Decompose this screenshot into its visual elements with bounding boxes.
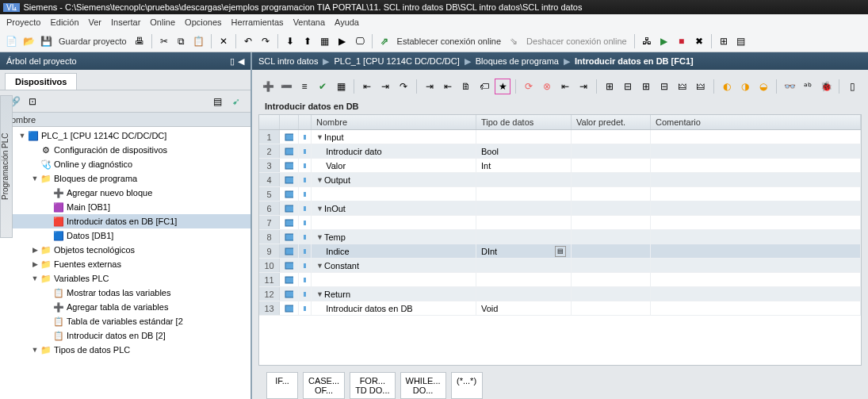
cell-name[interactable] <box>312 273 476 286</box>
tree-node[interactable]: 🩺Online y diagnóstico <box>0 157 250 171</box>
go-online-icon[interactable]: ⇗ <box>377 33 392 49</box>
grid-row[interactable]: 13 Introducir datos en DBVoid <box>259 301 861 316</box>
cell-type[interactable] <box>476 259 572 272</box>
tree-node[interactable]: ▼📁Variables PLC <box>0 271 250 286</box>
cell-name[interactable]: Indice <box>312 244 476 258</box>
menu-proyecto[interactable]: Proyecto <box>6 17 40 27</box>
cell-type[interactable]: DInt▤ <box>476 244 572 258</box>
save-project-label[interactable]: Guardar proyecto <box>55 36 130 46</box>
cell-default[interactable] <box>572 301 651 315</box>
breadcrumb-item[interactable]: PLC_1 [CPU 1214C DC/DC/DC] <box>334 56 459 66</box>
ed-abs-icon[interactable]: ᵃᵇ <box>800 79 816 94</box>
tree-node[interactable]: ➕Agregar nuevo bloque <box>0 186 250 200</box>
undo-icon[interactable]: ↶ <box>240 33 256 49</box>
expand-icon[interactable]: ▼ <box>30 274 40 282</box>
paste-icon[interactable]: 📋 <box>191 33 207 49</box>
ed-region2-icon[interactable]: ⊗ <box>539 79 555 94</box>
col-valor[interactable]: Valor predet. <box>572 115 651 129</box>
grid-row[interactable]: 4▼Output <box>259 173 861 187</box>
cell-comment[interactable] <box>651 273 861 286</box>
grid-row[interactable]: 1▼Input <box>259 130 861 144</box>
tree-node[interactable]: ▼📁Tipos de datos PLC <box>0 343 250 357</box>
breadcrumb-item[interactable]: Introducir datos en DB [FC1] <box>575 56 694 66</box>
ed-comment-icon[interactable]: 🗎 <box>458 79 474 94</box>
menu-insertar[interactable]: Insertar <box>111 17 140 27</box>
expand-icon[interactable]: ▼ <box>316 262 324 270</box>
tree-node[interactable]: ▼🟦PLC_1 [CPU 1214C DC/DC/DC] <box>0 129 250 143</box>
cell-name[interactable]: Introducir dato <box>312 144 476 158</box>
cell-name[interactable]: ▼Constant <box>312 259 476 272</box>
hmi-icon[interactable]: 🖵 <box>352 33 368 49</box>
ed-expand2-icon[interactable]: ⊟ <box>620 79 636 94</box>
layout-icon[interactable]: ▤ <box>733 33 749 49</box>
snippet-case[interactable]: CASE...OF... <box>303 372 345 399</box>
grid-row[interactable]: 10▼Constant <box>259 259 861 273</box>
ed-next-icon[interactable]: ⇥ <box>377 79 393 94</box>
grid-row[interactable]: 6▼InOut <box>259 201 861 216</box>
ed-monitor2-icon[interactable]: ◑ <box>737 79 753 94</box>
grid-row[interactable]: 8▼Temp <box>259 230 861 244</box>
cell-default[interactable] <box>572 130 651 144</box>
tree-expand-icon[interactable]: ➹ <box>228 94 244 109</box>
download-icon[interactable]: ⬇ <box>282 33 298 49</box>
menu-herramientas[interactable]: Herramientas <box>231 17 284 27</box>
grid-row[interactable]: 2 Introducir datoBool <box>259 144 861 159</box>
cell-comment[interactable] <box>651 259 861 272</box>
interface-grid[interactable]: Nombre Tipo de datos Valor predet. Comen… <box>258 114 862 366</box>
cell-comment[interactable] <box>651 301 861 315</box>
ed-debug-icon[interactable]: 🐞 <box>818 79 834 94</box>
cell-type[interactable] <box>476 273 572 286</box>
col-comentario[interactable]: Comentario <box>651 115 861 129</box>
project-tree[interactable]: Nombre ▼🟦PLC_1 [CPU 1214C DC/DC/DC]⚙Conf… <box>0 113 250 399</box>
cell-type[interactable] <box>476 287 572 301</box>
menu-ayuda[interactable]: Ayuda <box>335 17 359 27</box>
cell-comment[interactable] <box>651 230 861 244</box>
ed-monitor1-icon[interactable]: ◐ <box>719 79 735 94</box>
cell-type[interactable]: Int <box>476 159 572 172</box>
tree-node[interactable]: 📋Mostrar todas las variables <box>0 286 250 300</box>
datatype-picker-icon[interactable]: ▤ <box>555 246 566 257</box>
expand-icon[interactable]: ▼ <box>30 346 40 354</box>
tree-node[interactable]: 🟥Introducir datos en DB [FC1] <box>0 214 250 228</box>
snippet-if[interactable]: IF... <box>266 372 298 399</box>
accessible-devices-icon[interactable]: 🖧 <box>639 33 655 49</box>
ed-insert-row-icon[interactable]: ➕ <box>260 79 276 94</box>
tree-collapse-icon[interactable]: ◀ <box>238 56 244 67</box>
cell-comment[interactable] <box>651 187 861 201</box>
cut-icon[interactable]: ✂ <box>156 33 172 49</box>
cell-default[interactable] <box>572 273 651 286</box>
tree-node[interactable]: 🟦Datos [DB1] <box>0 228 250 243</box>
new-project-icon[interactable]: 📄 <box>3 33 19 49</box>
cell-default[interactable] <box>572 287 651 301</box>
sidebar-label[interactable]: Programación PLC <box>0 95 13 238</box>
cpu-start-icon[interactable]: ▶ <box>656 33 672 49</box>
breadcrumb-item[interactable]: Bloques de programa <box>476 56 559 66</box>
tree-node[interactable]: ⚙Configuración de dispositivos <box>0 143 250 157</box>
ed-nav1-icon[interactable]: ⇤ <box>557 79 573 94</box>
ed-build-icon[interactable]: ≡ <box>296 79 312 94</box>
ed-bookmark-icon[interactable]: ★ <box>495 79 510 94</box>
ed-check-icon[interactable]: ✔ <box>315 79 331 94</box>
grid-row[interactable]: 9 IndiceDInt▤ <box>259 244 861 259</box>
cell-default[interactable] <box>572 187 651 201</box>
menu-ver[interactable]: Ver <box>89 17 102 27</box>
grid-row[interactable]: 5 <box>259 187 861 201</box>
expand-icon[interactable]: ▶ <box>30 260 40 268</box>
ed-expand1-icon[interactable]: ⊞ <box>602 79 618 94</box>
cell-comment[interactable] <box>651 244 861 258</box>
go-offline-icon[interactable]: ⇘ <box>506 33 522 49</box>
open-project-icon[interactable]: 📂 <box>21 33 36 49</box>
cell-name[interactable]: ▼InOut <box>312 201 476 215</box>
tree-node[interactable]: ➕Agregar tabla de variables <box>0 300 250 314</box>
cell-name[interactable]: ▼Input <box>312 130 476 144</box>
cell-default[interactable] <box>572 144 651 158</box>
cell-type[interactable] <box>476 216 572 229</box>
ed-monitor3-icon[interactable]: ◒ <box>755 79 771 94</box>
ed-view-icon[interactable]: ▯ <box>844 79 860 94</box>
cell-comment[interactable] <box>651 201 861 215</box>
tab-dispositivos[interactable]: Dispositivos <box>5 73 77 90</box>
cell-type[interactable]: Bool <box>476 144 572 158</box>
expand-icon[interactable]: ▼ <box>316 133 324 141</box>
go-offline-label[interactable]: Deshacer conexión online <box>523 36 630 46</box>
cell-name[interactable] <box>312 216 476 229</box>
